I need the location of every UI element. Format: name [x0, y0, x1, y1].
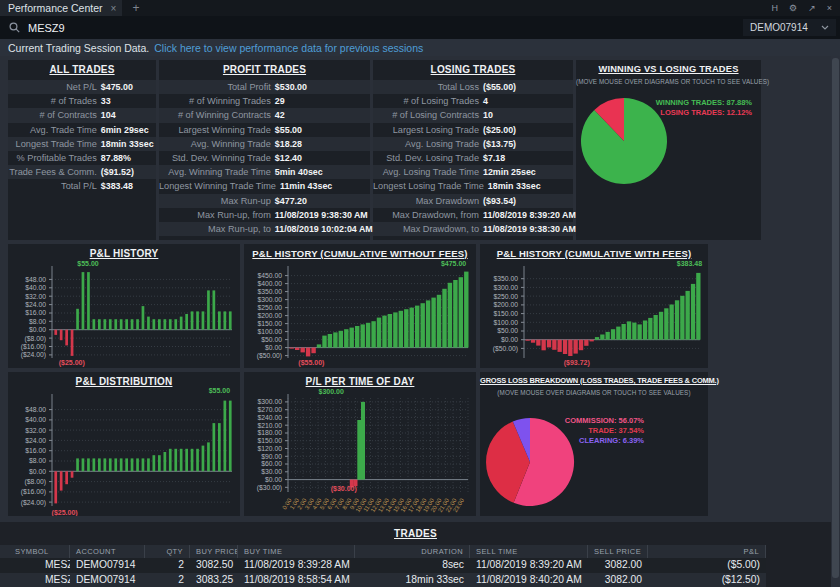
table-cell: 11/08/2019 8:58:54 AM [238, 573, 355, 587]
add-tab-icon[interactable]: + [132, 1, 139, 15]
stat-value: 10 [479, 108, 493, 122]
pnl-distribution-panel: P&L DISTRIBUTION $48.00$40.00$32.00$24.0… [8, 372, 240, 516]
pnl-cum-fees-title: P&L HISTORY (CUMULATIVE WITH FEES) [480, 244, 708, 259]
col-header-sell-time[interactable]: SELL TIME [470, 545, 588, 558]
table-cell: 3083.25 [190, 573, 238, 587]
table-cell: ($5.00) [648, 558, 766, 573]
win-lose-title: WINNING VS LOSING TRADES [576, 60, 761, 74]
stat-label: Std. Dev. Losing Trade [373, 151, 479, 165]
stat-row: Avg. Losing Trade Time12min 25sec [373, 165, 573, 179]
stat-value: ($93.54) [479, 194, 516, 208]
stat-row: Max Run-up, to11/08/2019 10:02:04 AM [159, 222, 370, 236]
stat-row: Longest Losing Trade Time18min 33sec [373, 179, 573, 193]
col-header-buy-price[interactable]: BUY PRICE [190, 545, 238, 558]
vertical-scrollbar[interactable] [831, 56, 840, 587]
col-header-buy-time[interactable]: BUY TIME [238, 545, 355, 558]
close-icon[interactable]: × [827, 0, 832, 16]
table-cell: 3082.00 [588, 558, 648, 573]
svg-text:$250.00: $250.00 [493, 293, 518, 300]
svg-text:$30.00: $30.00 [261, 468, 282, 475]
svg-text:$55.00: $55.00 [77, 260, 99, 268]
table-cell: 3082.50 [190, 558, 238, 573]
search-input[interactable] [28, 22, 328, 34]
col-header-sell-price[interactable]: SELL PRICE [588, 545, 648, 558]
stat-value: $7.18 [479, 151, 505, 165]
scrollbar-thumb[interactable] [832, 58, 839, 578]
table-row[interactable]: MESZ9DEMO0791423082.5011/08/2019 8:39:28… [0, 558, 766, 573]
stat-label: Largest Winning Trade [159, 123, 271, 137]
pnl-history-chart[interactable]: $48.00$40.00$32.00$24.00$16.00$8.00$0.00… [8, 260, 240, 368]
stat-value: $530.00 [271, 80, 307, 94]
svg-text:$40.00: $40.00 [25, 416, 46, 423]
stat-label: Avg. Winning Trade [159, 137, 271, 151]
table-cell: DEMO07914 [70, 558, 145, 573]
gross-loss-panel: GROSS LOSS BREAKDOWN (LOSS TRADES, TRADE… [480, 372, 708, 516]
account-selector[interactable]: DEMO07914 [743, 19, 836, 36]
col-header-duration[interactable]: DURATION [355, 545, 470, 558]
symbol-search[interactable] [0, 22, 743, 34]
stat-value: $55.00 [271, 123, 302, 137]
stat-value: 18min 33sec [97, 137, 154, 151]
stat-value: 18min 33sec [484, 179, 541, 193]
svg-text:($8.00): ($8.00) [24, 478, 46, 486]
previous-sessions-link[interactable]: Click here to view performance data for … [154, 42, 423, 54]
svg-text:$150.00: $150.00 [257, 437, 282, 444]
pnl-cum-fees-chart[interactable]: $350.00$300.00$250.00$200.00$150.00$100.… [480, 260, 708, 368]
stat-row: Longest Trade Time18min 33sec [8, 137, 156, 151]
svg-text:($24.00): ($24.00) [21, 351, 46, 359]
stat-row: # of Trades33 [8, 94, 156, 108]
col-header-p-l[interactable]: P&L [648, 545, 766, 558]
stat-label: Longest Trade Time [8, 137, 97, 151]
svg-text:$16.00: $16.00 [25, 309, 46, 316]
stat-label: Max Run-up, from [159, 208, 271, 222]
tab-close-icon[interactable]: × [111, 3, 117, 14]
stat-row: Largest Losing Trade($25.00) [373, 123, 573, 137]
pnl-distribution-chart[interactable]: $48.00$40.00$32.00$24.00$16.00$8.00$0.00… [8, 388, 240, 516]
pnl-cum-nofees-chart[interactable]: $450.00$400.00$350.00$300.00$250.00$200.… [244, 260, 476, 368]
session-bar: Current Trading Session Data. Click here… [0, 39, 840, 56]
search-icon [9, 22, 20, 33]
gross-loss-pie-chart[interactable] [485, 417, 575, 507]
stat-label: % Profitable Trades [8, 151, 97, 165]
col-header-account[interactable]: ACCOUNT [70, 545, 145, 558]
table-cell: MESZ9 [0, 573, 70, 587]
tab-bar: Performance Center × + H ⚙ ↗ × [0, 0, 840, 16]
col-header-qty[interactable]: QTY [145, 545, 190, 558]
stat-label: # of Winning Trades [159, 94, 271, 108]
stat-label: Max Run-up, to [159, 222, 271, 236]
table-row[interactable]: MESZ9DEMO0791423083.2511/08/2019 8:58:54… [0, 573, 766, 587]
svg-text:$0.00: $0.00 [29, 326, 46, 333]
svg-text:($50.00): ($50.00) [257, 352, 282, 360]
stat-row: Avg. Losing Trade($13.75) [373, 137, 573, 151]
popout-icon[interactable]: ↗ [808, 0, 816, 16]
stat-value: 12min 25sec [479, 165, 536, 179]
losing-trades-panel: LOSING TRADES Total Loss($55.00)# of Los… [373, 60, 573, 240]
stat-label: # of Trades [8, 94, 97, 108]
help-icon[interactable]: H [772, 0, 779, 16]
col-header-symbol[interactable]: SYMBOL [0, 545, 70, 558]
stat-label: Total Loss [373, 80, 479, 94]
pnl-distribution-title: P&L DISTRIBUTION [8, 372, 240, 387]
legend-item: LOSING TRADES: 12.12% [656, 108, 752, 118]
stat-label: Largest Losing Trade [373, 123, 479, 137]
svg-text:$48.00: $48.00 [25, 406, 46, 413]
svg-text:$0.00: $0.00 [265, 344, 282, 351]
svg-text:$210.00: $210.00 [257, 422, 282, 429]
win-lose-legend: WINNING TRADES: 87.88%LOSING TRADES: 12.… [656, 98, 752, 118]
tab-performance-center[interactable]: Performance Center × [0, 0, 122, 16]
legend-item: TRADE: 37.54% [565, 426, 644, 436]
pnl-distribution-svg: $48.00$40.00$32.00$24.00$16.00$8.00$0.00… [8, 388, 240, 516]
gross-loss-subtitle: (MOVE MOUSE OVER DIAGRAMS OR TOUCH TO SE… [480, 385, 708, 396]
pnl-timeofday-chart[interactable]: $300.00$270.00$240.00$210.00$180.00$150.… [244, 388, 476, 516]
table-cell: 2 [145, 558, 190, 573]
stat-label: Longest Winning Trade Time [159, 179, 276, 193]
stat-value: 4 [479, 94, 488, 108]
stat-label: # of Losing Trades [373, 94, 479, 108]
profit-trades-title: PROFIT TRADES [159, 60, 370, 75]
gear-icon[interactable]: ⚙ [789, 0, 797, 16]
stat-label: Net P/L [8, 80, 97, 94]
stat-row: Avg. Winning Trade Time5min 40sec [159, 165, 370, 179]
trades-table: SYMBOLACCOUNTQTYBUY PRICEBUY TIMEDURATIO… [0, 545, 766, 587]
stat-row: Total Loss($55.00) [373, 80, 573, 94]
stat-value: 87.88% [97, 151, 131, 165]
